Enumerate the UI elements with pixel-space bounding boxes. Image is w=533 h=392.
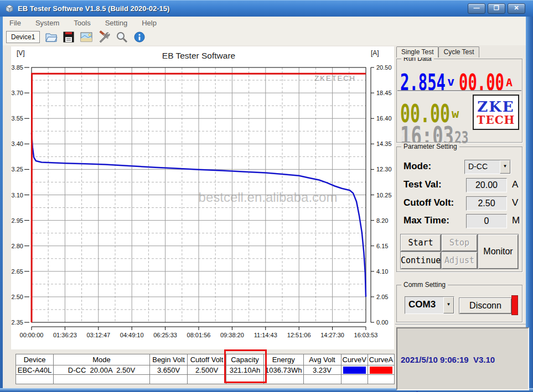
voltage-unit: v [447, 76, 454, 88]
svg-text:16.40: 16.40 [376, 115, 392, 122]
cutoff-volt-label: Cutoff Volt: [403, 197, 454, 208]
com-port-dropdown[interactable]: COM3 ▼ [405, 296, 454, 314]
table-cell: 3.23V [303, 365, 341, 375]
disconnect-button[interactable]: Disconn [459, 297, 512, 314]
svg-text:3.40: 3.40 [12, 140, 23, 147]
panel-separator [395, 324, 526, 325]
export-image-icon[interactable] [80, 30, 93, 44]
mode-dropdown-arrow-icon[interactable]: ▼ [500, 160, 510, 174]
svg-text:14:27:30: 14:27:30 [320, 332, 344, 338]
table-header-cell: Energy [264, 354, 304, 365]
menu-bar: File System Tools Setting Help [3, 17, 526, 29]
table-cell: EBC-A40L [16, 365, 54, 375]
chart-panel: EB Tester Software[V][A]ZKETECHbestcell.… [11, 46, 394, 349]
menu-file[interactable]: File [9, 19, 21, 27]
mode-value: D-CC [465, 160, 500, 174]
mode-label: Mode: [403, 161, 431, 172]
menu-tools[interactable]: Tools [74, 19, 90, 27]
table-cell-empty [341, 375, 368, 384]
svg-text:6.15: 6.15 [376, 243, 388, 249]
table-header-cell: Cutoff Volt [188, 354, 226, 365]
zoom-icon[interactable] [115, 30, 128, 44]
minimize-button[interactable]: — [468, 3, 485, 14]
menu-help[interactable]: Help [142, 19, 157, 27]
table-cell-empty [368, 375, 394, 384]
toolbar: Device1 [3, 29, 526, 46]
maximize-button[interactable]: ❐ [488, 3, 505, 14]
svg-text:EB Tester Software: EB Tester Software [162, 51, 235, 60]
run-data-group: Run Data 8.8882.854v 88.8800.00A 88.8800… [396, 59, 522, 143]
right-panel: Single Test Cycle Test Run Data 8.8882.8… [395, 46, 526, 387]
svg-text:2.35: 2.35 [12, 319, 23, 326]
svg-text:8.20: 8.20 [376, 217, 388, 224]
voltage-display: 8.8882.854v [400, 66, 454, 88]
svg-text:20.50: 20.50 [376, 64, 392, 71]
table-cell-empty [188, 375, 226, 384]
comm-setting-label: Comm Setting [401, 281, 448, 289]
max-time-unit: M [512, 215, 520, 226]
status-line-2: Device1: STOP [401, 389, 525, 392]
status-line-1: 2021/5/10 9:06:19 V3.10 [401, 354, 525, 365]
title-bar[interactable]: EB Tester Software V1.8.5 (Build 2020-02… [0, 0, 533, 17]
monitor-button[interactable]: Monitor [478, 234, 519, 269]
table-cell-empty [150, 375, 188, 384]
table-header-cell: Capacity [226, 354, 264, 365]
table-cell: 2.500V [188, 365, 226, 375]
table-header-cell: CurveA [368, 354, 394, 365]
svg-text:3.85: 3.85 [12, 64, 23, 71]
table-header-cell: Avg Volt [303, 354, 341, 365]
svg-text:3.70: 3.70 [12, 90, 23, 96]
svg-text:18.45: 18.45 [376, 90, 392, 96]
table-cell: D-CC 20.00A 2.50V [54, 365, 150, 375]
table-cell: 1036.73Wh [264, 365, 304, 375]
cutoff-volt-unit: V [512, 197, 518, 208]
table-cell: 3.650V [150, 365, 188, 375]
table-cell [368, 365, 394, 375]
adjust-button[interactable]: Adjust [441, 252, 478, 269]
app-icon [4, 3, 14, 13]
table-cell-empty [16, 375, 54, 384]
open-file-icon[interactable] [44, 30, 58, 44]
table-cell-empty [54, 375, 150, 384]
com-port-dropdown-arrow-icon[interactable]: ▼ [443, 297, 454, 313]
device-tab[interactable]: Device1 [6, 31, 40, 43]
table-cell-empty [264, 375, 304, 384]
test-tabs: Single Test Cycle Test [396, 46, 479, 58]
info-icon[interactable] [133, 30, 146, 44]
menu-setting[interactable]: Setting [105, 19, 127, 27]
stop-button[interactable]: Stop [441, 234, 478, 252]
menu-system[interactable]: System [35, 19, 59, 27]
run-data-divider [397, 90, 521, 92]
start-button[interactable]: Start [400, 234, 441, 252]
save-icon[interactable] [62, 30, 75, 44]
results-table: DeviceModeBegin VoltCutoff VoltCapacityE… [15, 354, 395, 384]
current-unit: A [506, 77, 513, 88]
table-cell [341, 365, 368, 375]
continue-button[interactable]: Continue [400, 252, 441, 269]
svg-text:10.25: 10.25 [376, 192, 392, 198]
tab-cycle-test[interactable]: Cycle Test [438, 46, 479, 58]
zke-tech-logo: ZKE TECH [473, 95, 519, 130]
cutoff-volt-input[interactable]: 2.50 [466, 196, 507, 211]
tools-icon[interactable] [97, 30, 111, 44]
svg-text:3.25: 3.25 [12, 166, 23, 173]
current-display: 88.8800.00A [459, 66, 513, 88]
max-time-input[interactable]: 0 [466, 214, 507, 228]
svg-text:08:01:56: 08:01:56 [187, 332, 211, 338]
com-port-value: COM3 [405, 297, 443, 313]
svg-text:04:49:10: 04:49:10 [120, 332, 144, 338]
comm-setting-group: Comm Setting COM3 ▼ Disconn [396, 285, 522, 322]
window-title: EB Tester Software V1.8.5 (Build 2020-02… [18, 4, 169, 13]
tab-single-test[interactable]: Single Test [396, 46, 438, 58]
svg-text:[A]: [A] [371, 49, 379, 57]
svg-text:bestcell.en.alibaba.com: bestcell.en.alibaba.com [199, 190, 338, 205]
table-cell-empty [303, 375, 341, 384]
svg-text:2.05: 2.05 [376, 294, 388, 300]
test-val-input[interactable]: 20.00 [466, 178, 507, 192]
svg-text:01:36:23: 01:36:23 [53, 332, 77, 338]
table-header-cell: Begin Volt [150, 354, 188, 365]
svg-text:11:14:43: 11:14:43 [254, 332, 277, 338]
mode-dropdown[interactable]: D-CC ▼ [464, 160, 511, 174]
svg-text:4.10: 4.10 [376, 268, 388, 275]
close-button[interactable]: ✕ [508, 3, 525, 14]
